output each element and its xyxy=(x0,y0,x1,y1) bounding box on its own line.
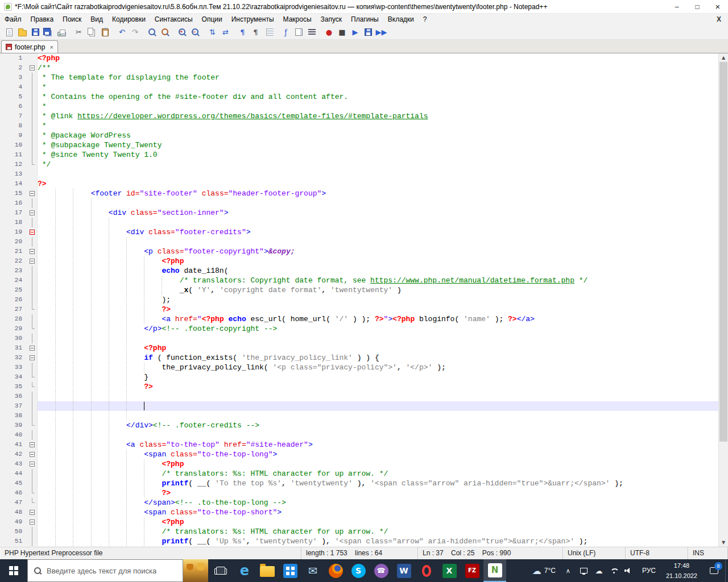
code-line-text[interactable] xyxy=(38,411,718,421)
code-line-2[interactable]: 2/** xyxy=(0,63,718,73)
taskbar-viber-button[interactable]: ☎ xyxy=(370,559,392,582)
code-line-3[interactable]: 3 * The template for displaying the foot… xyxy=(0,73,718,82)
code-line-text[interactable]: ?> xyxy=(38,179,718,189)
fold-collapse-icon[interactable] xyxy=(30,462,35,467)
code-line-27[interactable]: 27 ?> xyxy=(0,305,718,314)
code-line-17[interactable]: 17 <div class="section-inner"> xyxy=(0,208,718,218)
code-line-text[interactable]: /* translators: %s: HTML character for u… xyxy=(38,469,718,479)
replace-button[interactable] xyxy=(159,26,172,39)
language-indicator[interactable]: РУС xyxy=(637,559,661,582)
code-line-text[interactable]: <a class="to-the-top" href="#site-header… xyxy=(38,440,718,450)
code-line-text[interactable]: <?php xyxy=(38,343,718,353)
code-line-8[interactable]: 8 * xyxy=(0,121,718,131)
code-line-21[interactable]: 21 <p class="footer-copyright">&copy; xyxy=(0,247,718,256)
code-line-text[interactable]: */ xyxy=(38,160,718,169)
close-button[interactable]: × xyxy=(708,0,728,14)
code-line-text[interactable]: </div><!-- .footer-credits --> xyxy=(38,421,718,430)
code-line-37[interactable]: 37 xyxy=(0,401,718,411)
code-line-45[interactable]: 45 printf( __( 'To the top %s', 'twentyt… xyxy=(0,479,718,488)
scroll-down-arrow[interactable]: ▼ xyxy=(719,538,728,547)
code-line-51[interactable]: 51 printf( __( 'Up %s', 'twentytwenty' )… xyxy=(0,537,718,546)
code-line-38[interactable]: 38 xyxy=(0,411,718,421)
code-line-text[interactable]: <?php xyxy=(38,53,718,63)
code-line-9[interactable]: 9 * @package WordPress xyxy=(0,131,718,140)
code-line-13[interactable]: 13 xyxy=(0,169,718,179)
save-all-button[interactable] xyxy=(42,26,55,39)
show-desktop-button[interactable] xyxy=(725,559,728,582)
tray-onedrive-icon[interactable]: ☁ xyxy=(593,564,605,577)
scrollbar-thumb[interactable] xyxy=(719,62,727,442)
notification-center-button[interactable]: 8 xyxy=(702,559,725,582)
code-line-text[interactable]: if ( function_exists( 'the_privacy_polic… xyxy=(38,353,718,363)
taskbar-skype-button[interactable]: S xyxy=(347,559,370,582)
menu-item[interactable]: Опции xyxy=(197,14,227,24)
taskbar-word-button[interactable]: W xyxy=(392,559,415,582)
taskbar-notepadpp-button[interactable]: N xyxy=(483,559,506,582)
status-insert-mode[interactable]: INS xyxy=(688,547,728,559)
new-file-button[interactable] xyxy=(3,26,16,39)
fold-margin[interactable] xyxy=(27,508,38,517)
taskbar-store-button[interactable] xyxy=(279,559,301,582)
code-line-text[interactable]: /** xyxy=(38,63,718,73)
fold-margin[interactable] xyxy=(27,189,38,198)
code-line-7[interactable]: 7 * @link https://developer.wordpress.or… xyxy=(0,111,718,121)
code-line-text[interactable] xyxy=(38,237,718,247)
fold-margin[interactable] xyxy=(27,63,38,73)
code-line-32[interactable]: 32 if ( function_exists( 'the_privacy_po… xyxy=(0,353,718,363)
code-line-text[interactable]: * @since Twenty Twenty 1.0 xyxy=(38,150,718,160)
fold-collapse-icon[interactable] xyxy=(30,346,35,351)
fold-collapse-icon[interactable] xyxy=(30,259,35,264)
fold-margin[interactable] xyxy=(27,256,38,266)
clock[interactable]: 17:48 21.10.2022 xyxy=(661,559,702,582)
menu-item[interactable]: Кодировки xyxy=(107,14,150,24)
fold-collapse-icon[interactable] xyxy=(30,230,35,235)
macro-save-button[interactable] xyxy=(362,26,375,39)
code-line-text[interactable]: <span class="to-the-top-long"> xyxy=(38,450,718,459)
tray-pc-icon[interactable] xyxy=(578,564,590,577)
code-line-16[interactable]: 16 xyxy=(0,198,718,208)
code-line-33[interactable]: 33 the_privacy_policy_link( '<p class="p… xyxy=(0,363,718,372)
fold-margin[interactable] xyxy=(27,343,38,353)
code-line-text[interactable]: echo date_i18n( xyxy=(38,266,718,276)
macro-stop-button[interactable]: ■ xyxy=(336,26,349,39)
fold-margin[interactable] xyxy=(27,247,38,256)
code-line-text[interactable] xyxy=(38,392,718,401)
fold-margin[interactable] xyxy=(27,517,38,527)
code-line-49[interactable]: 49 <?php xyxy=(0,517,718,527)
code-line-text[interactable]: * @subpackage Twenty_Twenty xyxy=(38,140,718,150)
code-line-text[interactable]: ); xyxy=(38,295,718,305)
menu-item[interactable]: Правка xyxy=(26,14,59,24)
code-line-1[interactable]: 1<?php xyxy=(0,53,718,63)
code-line-19[interactable]: 19 <div class="footer-credits"> xyxy=(0,227,718,237)
minimize-button[interactable]: – xyxy=(667,0,687,14)
code-line-text[interactable]: } xyxy=(38,372,718,382)
fold-margin[interactable] xyxy=(27,208,38,218)
fold-margin[interactable] xyxy=(27,227,38,237)
code-line-text[interactable]: ?> xyxy=(38,382,718,392)
code-line-11[interactable]: 11 * @since Twenty Twenty 1.0 xyxy=(0,150,718,160)
menu-item[interactable]: ? xyxy=(419,14,432,24)
code-line-22[interactable]: 22 <?php xyxy=(0,256,718,266)
code-line-35[interactable]: 35 ?> xyxy=(0,382,718,392)
code-line-text[interactable]: the_privacy_policy_link( '<p class="priv… xyxy=(38,363,718,372)
code-line-text[interactable]: <div class="footer-credits"> xyxy=(38,227,718,237)
code-line-48[interactable]: 48 <span class="to-the-top-short"> xyxy=(0,508,718,517)
code-line-text[interactable]: </p><!-- .footer-copyright --> xyxy=(38,324,718,334)
code-line-26[interactable]: 26 ); xyxy=(0,295,718,305)
scrollbar-track[interactable] xyxy=(719,62,728,538)
redo-button[interactable]: ↷ xyxy=(129,26,142,39)
current-code-line-text[interactable] xyxy=(38,401,718,411)
news-widget-image[interactable] xyxy=(183,559,208,582)
code-line-text[interactable]: <span class="to-the-top-short"> xyxy=(38,508,718,517)
code-line-text[interactable]: ?> xyxy=(38,488,718,498)
taskbar-excel-button[interactable]: X xyxy=(438,559,461,582)
code-line-text[interactable]: <p class="footer-copyright">&copy; xyxy=(38,247,718,256)
macro-run-multi-button[interactable]: ▶▶ xyxy=(375,26,388,39)
status-encoding[interactable]: UTF-8 xyxy=(626,547,688,559)
code-line-20[interactable]: 20 xyxy=(0,237,718,247)
fold-collapse-icon[interactable] xyxy=(30,191,35,196)
maximize-button[interactable]: □ xyxy=(687,0,708,14)
tray-volume-icon[interactable] xyxy=(622,564,635,577)
macro-play-button[interactable]: ▶ xyxy=(349,26,362,39)
code-line-12[interactable]: 12 */ xyxy=(0,160,718,169)
